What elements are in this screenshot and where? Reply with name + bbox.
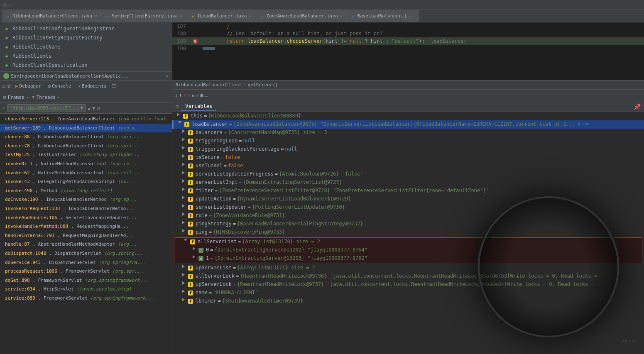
var-is-secure[interactable]: f isSecure = false [172, 154, 644, 162]
var-all-server-lock[interactable]: f allServerLock = {ReentrantReadWriteLoc… [172, 272, 644, 281]
debug-tabs: ⊞ Variables 📌 [172, 101, 644, 112]
frames-dropdown-icon: ▾ [26, 95, 29, 100]
grid-icon[interactable]: ⊞ [2, 83, 6, 89]
pin-icon[interactable]: 📌 [634, 103, 641, 110]
tab-close-icon[interactable]: ✕ [95, 14, 97, 18]
class-icon-4: ◆ [3, 62, 10, 68]
stack-item-12[interactable]: invokeHandlerMethod:888 , RequestMapping… [0, 222, 172, 231]
nav-item-0[interactable]: ◆ RibbonClientConfigurationRegistrar [0, 24, 172, 33]
stack-item-5[interactable]: invoke0:-1 , NativeMethodAccessorImpl (s… [0, 159, 172, 168]
var-icon-balancers: f [187, 129, 194, 136]
stack-item-14[interactable]: handle:87 , AbstractHandlerMethodAdapter… [0, 240, 172, 249]
step-out-icon[interactable]: ⬆ [188, 93, 191, 98]
threads-section[interactable]: ≡ Threads ▾ [32, 95, 60, 100]
nav-item-2[interactable]: ◆ RibbonClientName [0, 42, 172, 51]
tab-close-icon-4[interactable]: ✕ [340, 14, 343, 18]
minimize-icon[interactable]: — [9, 2, 12, 8]
stack-item-4[interactable]: testMy:25 , TestController (com.study.sp… [0, 150, 172, 159]
var-ping[interactable]: f ping = {NIWSDiscoveryPing@9733} [172, 228, 644, 237]
breakpoint-189[interactable]: 🍃 [191, 38, 199, 44]
stack-item-9[interactable]: doInvoke:190 , InvocableHandlerMethod (o… [0, 195, 172, 204]
var-lb-timer[interactable]: f lbTimer = {ShutdownEnabledTimer@9739} [172, 297, 644, 305]
var-name[interactable]: f name = "EUREKA-CLIENT" [172, 289, 644, 297]
debugger-button[interactable]: ▶ Debugger [13, 83, 44, 90]
nav-filter-icon[interactable]: ⧉ [97, 105, 100, 111]
var-icon-is: f [187, 154, 194, 161]
var-server-list-update[interactable]: f serverListUpdateInProgress = {AtomicBo… [172, 170, 644, 178]
nav-up-icon[interactable]: ▲ [88, 105, 91, 111]
stack-item-18[interactable]: doGet:898 , FrameworkServlet (org.spring… [0, 276, 172, 285]
var-balancers[interactable]: f balancers = {ConcurrentHashMap@9725} s… [172, 129, 644, 137]
tab-close-icon-2[interactable]: ✕ [180, 14, 183, 18]
var-triggering-load[interactable]: f triggeringLoad = null [172, 137, 644, 145]
var-server-1[interactable]: = 1 = {DomainExtractingServer@13203} "ji… [174, 254, 642, 263]
tab-close-icon-3[interactable]: ✕ [249, 14, 252, 18]
filter-icon[interactable]: ⧉ [7, 83, 11, 90]
more-icon[interactable]: … [205, 93, 208, 98]
var-up-server-lock[interactable]: f upServerLock = {ReentrantReadWriteLock… [172, 281, 644, 289]
var-server-list-updater[interactable]: f serverListUpdater = {PollingServerList… [172, 203, 644, 212]
step-into-icon[interactable]: ⬇ [183, 93, 186, 98]
var-all-server-list[interactable]: f allServerList = {ArrayList@13170} size… [174, 238, 642, 246]
stack-item-11[interactable]: invokeAndHandle:106 , ServletInvocableHa… [0, 213, 172, 222]
table-icon[interactable]: ⊞ [200, 93, 203, 98]
endpoints-icon: ⚡ [78, 83, 81, 89]
var-ping-strategy[interactable]: f pingStrategy = {BaseLoadBalancer$Seria… [172, 220, 644, 228]
nav-item-3[interactable]: ◆ RibbonClients [0, 51, 172, 61]
tab-iload-balancer[interactable]: ☕ ILoadBalancer.java ✕ [186, 10, 255, 22]
stack-item-10[interactable]: invokeForRequest:138 , InvocableHandlerM… [0, 204, 172, 213]
stack-item-20[interactable]: service:883 , FrameworkServlet (org.spri… [0, 294, 172, 303]
stack-item-1[interactable]: getServer:189 , RibbonLoadBalancerClient… [0, 124, 172, 133]
var-use-tunnel[interactable]: f useTunnel = false [172, 162, 644, 170]
file-tab-close-icon[interactable]: ✕ [166, 73, 169, 79]
var-up-server-list[interactable]: f upServerList = {ArrayList@13171} size … [172, 264, 644, 272]
var-filter[interactable]: f filter = {ZonePreferenceServerListFilt… [172, 187, 644, 195]
code-area: 187 } 188 // Use 'default' on a null hin… [172, 22, 644, 81]
stack-item-3[interactable]: choose:78 , RibbonLoadBalancerClient (or… [0, 142, 172, 151]
right-panel: 187 } 188 // Use 'default' on a null hin… [172, 22, 644, 354]
settings-icon[interactable]: ⚙ [3, 2, 7, 8]
tab-spring-client-factory[interactable]: ☕ SpringClientFactory.java ✕ [101, 10, 186, 22]
stack-item-8[interactable]: invoke:498 , Method (java.lang.reflect) [0, 186, 172, 195]
nav-item-4[interactable]: ◆ RibbonClientSpecification [0, 61, 172, 70]
stack-item-6[interactable]: invoke:62 , NativeMethodAccessorImpl (su… [0, 168, 172, 178]
var-server-0[interactable]: = 0 = {DomainExtractingServer@13202} "ji… [174, 246, 642, 254]
step-over-icon[interactable]: ⬇ [179, 93, 182, 98]
expand-icon-header: ⊞ [176, 104, 179, 110]
tab-zone-aware-load-balancer[interactable]: ☕ ZoneAwareLoadBalancer.java ✕ [255, 10, 346, 22]
stack-item-7[interactable]: invoke:43 , DelegatingMethodAccessorImpl… [0, 177, 172, 186]
nav-item-1[interactable]: ◆ RibbonClientHttpRequestFactory [0, 33, 172, 42]
var-triggering-blackout[interactable]: f triggeringBlackoutPercentage = null [172, 145, 644, 154]
java-file-icon-4: ☕ [259, 13, 264, 19]
stack-item-17[interactable]: processRequest:1006 , FrameworkServlet (… [0, 267, 172, 276]
evaluate-icon[interactable]: ⇧ [196, 93, 199, 98]
tab-ribbon-load-balancer-client[interactable]: ☕ RibbonLoadBalancerClient.java ✕ [2, 10, 101, 22]
var-icon-ps: f [187, 221, 194, 227]
frames-section[interactable]: ⊞ Frames ▾ [3, 95, 29, 100]
debug-panel: ↕ ⬇ ⬇ ⬆ ↻ ⇧ ⊞ … ⊞ Variables 📌 [172, 90, 644, 354]
thread-status-icon: ✓ [2, 105, 5, 111]
stack-item-2[interactable]: choose:88 , RibbonLoadBalancerClient (or… [0, 132, 172, 142]
var-rule[interactable]: f rule = {ZoneAvoidanceRule@9731} [172, 212, 644, 220]
stack-item-0[interactable]: chooseServer:113 , ZoneAwareLoadBalancer… [0, 115, 172, 124]
menu-icon[interactable]: ☰ [112, 83, 116, 89]
var-load-balancer[interactable]: f loadBalancer = {ZoneAwareLoadBalancer@… [172, 120, 644, 129]
breadcrumb-bar: RibbonLoadBalancerClient › getServer() [172, 81, 644, 90]
var-server-list-impl[interactable]: f serverListImpl = {DomainExtractingServ… [172, 178, 644, 187]
stack-item-19[interactable]: service:634 , HttpServlet (javax.servlet… [0, 285, 172, 294]
stack-item-15[interactable]: doDispatch:1040 , DispatcherServlet (org… [0, 249, 172, 258]
stack-item-13[interactable]: handleInternal:793 , RequestMappingHandl… [0, 231, 172, 240]
tab-base-load-balancer[interactable]: ☕ BaseLoadBalancer.j... [347, 10, 419, 22]
run-to-cursor-icon[interactable]: ↻ [192, 93, 195, 98]
var-update-action[interactable]: f updateAction = {DynamicServerListLoadB… [172, 195, 644, 203]
console-button[interactable]: ⊡ Console [45, 83, 73, 90]
var-this[interactable]: f this = {RibbonLoadBalancerClient@8889} [172, 112, 644, 120]
endpoints-button[interactable]: ⚡ Endpoints [75, 83, 109, 90]
expand-all-icon[interactable]: ↕ [175, 93, 178, 98]
call-stack: chooseServer:113 , ZoneAwareLoadBalancer… [0, 114, 172, 354]
debug-toolbar-right: ↕ ⬇ ⬇ ⬆ ↻ ⇧ ⊞ … [172, 90, 644, 101]
nav-down-icon[interactable]: ▼ [92, 105, 95, 111]
tab-variables[interactable]: Variables [181, 102, 216, 111]
stack-item-16[interactable]: doService:943 , DispatcherServlet (org.s… [0, 258, 172, 267]
thread-dropdown[interactable]: "http-nio-8989-exec-3"... ▼ [7, 104, 86, 112]
